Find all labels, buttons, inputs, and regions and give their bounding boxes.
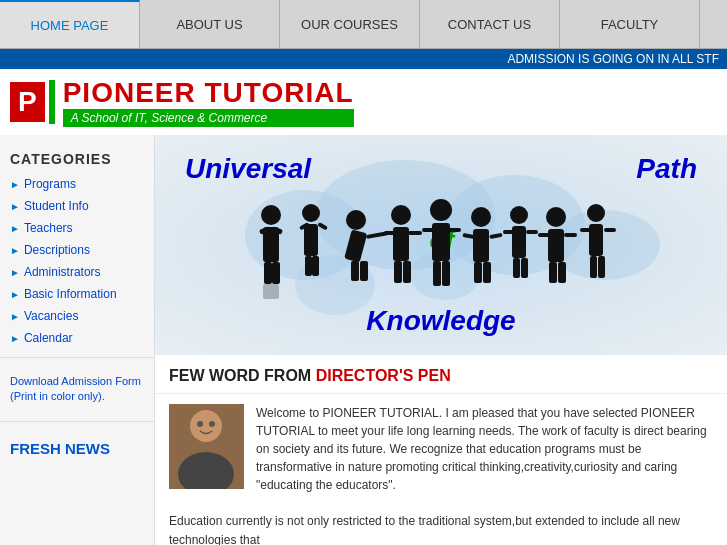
svg-rect-45 — [513, 258, 520, 278]
svg-point-64 — [209, 421, 215, 427]
svg-point-63 — [197, 421, 203, 427]
sidebar-divider2 — [0, 421, 154, 422]
svg-rect-34 — [442, 261, 450, 286]
fresh-label: FRESH — [10, 440, 61, 457]
sidebar-item-calendar[interactable]: ► Calendar — [0, 327, 154, 349]
arrow-icon: ► — [10, 201, 20, 212]
svg-rect-57 — [590, 256, 597, 278]
download-admission-link[interactable]: Download Admission Form (Print in color … — [0, 366, 154, 413]
svg-rect-50 — [564, 233, 577, 237]
svg-rect-19 — [344, 229, 367, 262]
svg-rect-15 — [317, 222, 328, 230]
sidebar-item-student-info[interactable]: ► Student Info — [0, 195, 154, 217]
svg-rect-59 — [263, 284, 279, 299]
nav-contact[interactable]: CONTACT US — [420, 0, 560, 48]
hero-universal-text: Universal — [185, 153, 311, 185]
arrow-icon: ► — [10, 289, 20, 300]
sidebar-title: CATEGORIES — [0, 145, 154, 173]
sidebar-label-vacancies: Vacancies — [24, 309, 78, 323]
sidebar-label-descriptions: Descriptions — [24, 243, 90, 257]
svg-rect-13 — [304, 224, 318, 256]
logo-p-letter: P — [10, 82, 45, 122]
svg-point-29 — [430, 199, 452, 221]
director-text: Welcome to PIONEER TUTORIAL. I am please… — [256, 404, 713, 494]
hero-area: Universal Path of Knowledge — [155, 135, 727, 355]
logo-box: P PIONEER TUTORIAL A School of IT, Scien… — [10, 77, 354, 127]
sidebar-item-basic-info[interactable]: ► Basic Information — [0, 283, 154, 305]
svg-point-18 — [346, 210, 366, 230]
sidebar-item-vacancies[interactable]: ► Vacancies — [0, 305, 154, 327]
svg-rect-21 — [351, 261, 359, 281]
sidebar-label-administrators: Administrators — [24, 265, 101, 279]
body-paragraph2: Education currently is not only restrict… — [155, 504, 727, 545]
sidebar-label-programs: Programs — [24, 177, 76, 191]
content-area: Universal Path of Knowledge — [155, 135, 727, 545]
svg-rect-52 — [558, 262, 566, 283]
people-silhouettes — [241, 195, 641, 325]
sidebar-item-programs[interactable]: ► Programs — [0, 173, 154, 195]
arrow-icon: ► — [10, 267, 20, 278]
sidebar-label-basic-info: Basic Information — [24, 287, 117, 301]
svg-rect-56 — [604, 228, 616, 232]
sidebar-label-student-info: Student Info — [24, 199, 89, 213]
svg-rect-46 — [521, 258, 528, 278]
arrow-icon: ► — [10, 245, 20, 256]
logo-subtitle: A School of IT, Science & Commerce — [63, 109, 354, 127]
svg-point-35 — [471, 207, 491, 227]
logo-text-wrap: PIONEER TUTORIAL A School of IT, Science… — [63, 77, 354, 127]
svg-rect-44 — [526, 230, 538, 234]
arrow-icon: ► — [10, 223, 20, 234]
svg-rect-55 — [580, 228, 592, 232]
directors-pen-highlight: DIRECTOR'S PEN — [316, 367, 451, 384]
sidebar: CATEGORIES ► Programs ► Student Info ► T… — [0, 135, 155, 545]
director-photo — [169, 404, 244, 489]
svg-rect-43 — [503, 230, 515, 234]
svg-rect-40 — [483, 262, 491, 283]
nav-home[interactable]: HOME PAGE — [0, 0, 140, 48]
svg-point-23 — [391, 205, 411, 225]
svg-point-61 — [190, 410, 222, 442]
news-label: NEWS — [61, 440, 110, 457]
body-text-content: Education currently is not only restrict… — [169, 514, 680, 545]
sidebar-divider — [0, 357, 154, 358]
ticker-bar: ADMISSION IS GOING ON IN ALL STF — [0, 49, 727, 69]
nav-faculty[interactable]: FACULTY — [560, 0, 700, 48]
fresh-news-title: FRESH NEWS — [0, 430, 154, 463]
ticker-text: ADMISSION IS GOING ON IN ALL STF — [507, 52, 719, 66]
svg-rect-36 — [473, 229, 489, 262]
sidebar-item-descriptions[interactable]: ► Descriptions — [0, 239, 154, 261]
world-map-bg: Universal Path of Knowledge — [155, 135, 727, 355]
svg-rect-30 — [432, 223, 450, 261]
svg-rect-39 — [474, 262, 482, 283]
few-word-prefix: FEW WORD FROM — [169, 367, 316, 384]
svg-rect-49 — [538, 233, 551, 237]
svg-rect-16 — [305, 256, 312, 276]
svg-rect-11 — [272, 262, 280, 284]
svg-rect-31 — [422, 228, 435, 232]
svg-point-12 — [302, 204, 320, 222]
svg-rect-25 — [384, 231, 398, 235]
svg-rect-26 — [408, 231, 422, 235]
svg-point-6 — [261, 205, 281, 225]
arrow-icon: ► — [10, 311, 20, 322]
nav-courses[interactable]: OUR COURSES — [280, 0, 420, 48]
sidebar-item-administrators[interactable]: ► Administrators — [0, 261, 154, 283]
logo-area: P PIONEER TUTORIAL A School of IT, Scien… — [0, 69, 727, 135]
svg-rect-32 — [448, 228, 461, 232]
svg-rect-22 — [360, 261, 368, 281]
director-photo-svg — [169, 404, 244, 489]
nav-about[interactable]: ABOUT US — [140, 0, 280, 48]
svg-rect-38 — [489, 233, 502, 239]
svg-rect-51 — [549, 262, 557, 283]
navigation-bar: HOME PAGE ABOUT US OUR COURSES CONTACT U… — [0, 0, 727, 49]
svg-rect-58 — [598, 256, 605, 278]
arrow-icon: ► — [10, 179, 20, 190]
svg-point-47 — [546, 207, 566, 227]
svg-rect-17 — [312, 256, 319, 276]
arrow-icon: ► — [10, 333, 20, 344]
sidebar-item-teachers[interactable]: ► Teachers — [0, 217, 154, 239]
svg-rect-33 — [433, 261, 441, 286]
director-section: Welcome to PIONEER TUTORIAL. I am please… — [155, 394, 727, 504]
svg-rect-28 — [403, 261, 411, 283]
logo-green-bar — [49, 80, 55, 124]
